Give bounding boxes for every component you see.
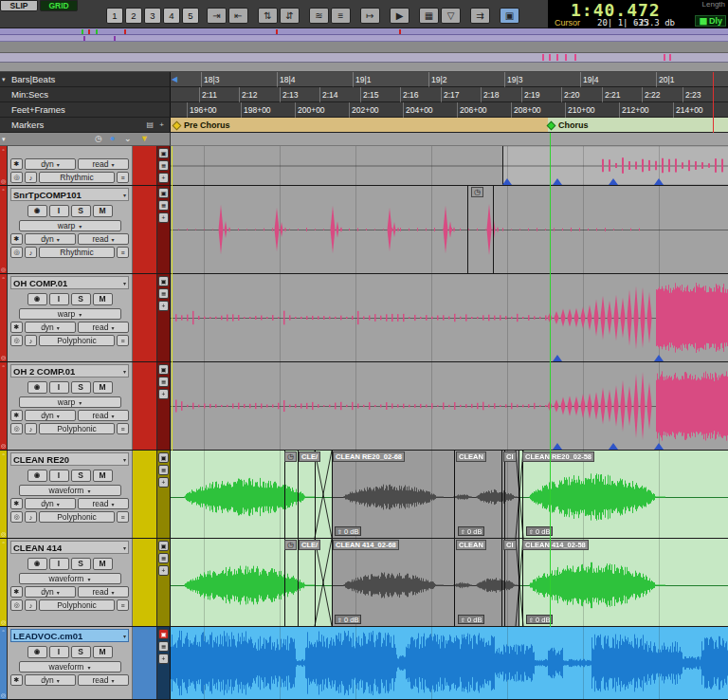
track-color-edge[interactable]: ▫ ◎ <box>0 146 8 185</box>
clip-name-label[interactable]: CLEAN <box>456 451 486 462</box>
track-name[interactable]: CLEAN RE20 ▾ <box>10 452 129 466</box>
track-color-edge[interactable]: ▫ ◎ <box>0 539 8 626</box>
track-color-strip[interactable] <box>133 362 157 450</box>
record-arm-button[interactable]: ◉ <box>27 470 47 482</box>
slip-mode-button[interactable]: SLIP <box>0 0 38 11</box>
elastic-note-icon[interactable]: ♪ <box>25 511 37 523</box>
elastic-audio-icon[interactable]: ◎ <box>10 511 23 523</box>
track-lane[interactable] <box>171 274 728 361</box>
elastic-plugin-selector[interactable]: Rhythmic <box>39 247 115 258</box>
main-counter[interactable]: 1:40.472 <box>571 0 661 20</box>
automation-mode-read[interactable]: read ▾ <box>78 498 129 509</box>
clip-name-label[interactable]: CLEAN 414_02-68 <box>333 540 399 550</box>
mute-button[interactable]: M <box>93 205 113 217</box>
ruler-menu-icon[interactable]: ▾ <box>2 76 6 83</box>
grid-mode-button[interactable]: GRID <box>40 0 78 11</box>
overview-strip-2[interactable] <box>0 35 728 42</box>
zoom-preset-1[interactable]: 1 <box>106 8 123 24</box>
clip-name-label[interactable]: CLEAN RE20_02-68 <box>333 451 405 462</box>
elastic-menu-icon[interactable]: ≡ <box>117 423 129 434</box>
add-lane-button[interactable]: + <box>158 173 169 183</box>
mute-button[interactable]: M <box>93 293 113 305</box>
automation-mode-dyn[interactable]: dyn ▾ <box>25 674 76 686</box>
clip-name-label[interactable]: Cl <box>503 451 517 462</box>
automation-mode-dyn[interactable]: dyn ▾ <box>25 586 76 598</box>
smart-tool-button[interactable]: ▣ <box>500 8 519 24</box>
elastic-menu-icon[interactable]: ≡ <box>117 511 129 523</box>
input-monitor-button[interactable]: I <box>49 646 69 658</box>
elastic-audio-icon[interactable]: ◎ <box>10 247 23 258</box>
automation-icon-button[interactable]: ✱ <box>10 498 23 509</box>
track-view-selector[interactable]: warp ▾ <box>19 396 121 408</box>
automation-mode-read[interactable]: read ▾ <box>78 410 129 421</box>
clip-gain-badge[interactable]: ⇧0 dB <box>335 615 361 624</box>
track-lane[interactable] <box>171 362 728 450</box>
timebase-button[interactable]: ▣ <box>158 188 169 198</box>
elastic-audio-icon[interactable]: ◎ <box>10 599 23 611</box>
input-monitor-button[interactable]: I <box>49 293 69 305</box>
track-view-selector[interactable]: warp ▾ <box>19 308 121 320</box>
clip-name-label[interactable]: CLEAN RE20_02-58 <box>522 451 594 462</box>
clip-name-label[interactable]: CLE/ <box>299 540 320 550</box>
tab-back-button[interactable]: ⇤ <box>228 8 248 24</box>
timebase-button[interactable]: ▣ <box>158 148 169 158</box>
markers-ruler-label[interactable]: Markers ▤ + <box>0 118 171 132</box>
clip-name-label[interactable]: Cl <box>503 540 517 550</box>
record-arm-button[interactable]: ◉ <box>27 293 47 305</box>
automation-mode-dyn[interactable]: dyn ▾ <box>25 233 76 245</box>
zoom-toggle-button[interactable]: ⇅ <box>258 8 278 24</box>
markers-ruler[interactable]: Pre ChorusChorus <box>171 118 728 132</box>
solo-button[interactable]: S <box>71 205 91 217</box>
elastic-plugin-selector[interactable]: Polyphonic <box>39 511 115 523</box>
track-color-strip[interactable] <box>133 186 157 273</box>
warp-marker-icon[interactable] <box>654 178 664 185</box>
mute-button[interactable]: M <box>93 558 113 570</box>
input-monitor-button[interactable]: I <box>49 205 69 217</box>
automation-mode-dyn[interactable]: dyn ▾ <box>25 158 76 170</box>
track-name[interactable]: LEADVOC.cm01 ▾ <box>10 629 129 642</box>
audio-zoom-button[interactable]: ≋ <box>309 8 329 24</box>
track-lane[interactable]: ◷CLE/CLEAN 414_02-68CLEANClCLEAN 414_02-… <box>171 539 728 626</box>
track-color-strip[interactable] <box>133 539 157 626</box>
warp-marker-icon[interactable] <box>654 443 664 450</box>
min-secs-ruler-label[interactable]: Min:Secs <box>0 87 171 101</box>
track-color-edge[interactable]: ▫ ◎ <box>0 186 8 273</box>
clip-gain-badge[interactable]: ⇧0 dB <box>458 615 484 624</box>
solo-button[interactable]: S <box>71 293 91 305</box>
track-lane[interactable] <box>171 627 728 699</box>
automation-mode-dyn[interactable]: dyn ▾ <box>25 498 76 509</box>
input-monitor-button[interactable]: I <box>49 470 69 482</box>
clip-clock-icon[interactable]: ◷ <box>471 187 483 197</box>
bars-beats-ruler-label[interactable]: ▾ Bars|Beats <box>0 72 171 86</box>
timebase-button[interactable]: ▣ <box>158 629 169 639</box>
elastic-plugin-selector[interactable]: Polyphonic <box>39 423 115 434</box>
track-view-selector[interactable]: warp ▾ <box>19 220 121 231</box>
record-arm-button[interactable]: ◉ <box>27 381 47 394</box>
track-color-strip[interactable] <box>133 274 157 361</box>
playlist-button[interactable]: ≣ <box>158 160 169 171</box>
clip-clock-icon[interactable]: ◷ <box>284 451 297 462</box>
playlist-button[interactable]: ≣ <box>158 288 169 299</box>
record-arm-button[interactable]: ◉ <box>27 205 47 217</box>
mute-button[interactable]: M <box>93 381 113 394</box>
warp-marker-icon[interactable] <box>553 443 562 450</box>
playlist-button[interactable]: ≣ <box>158 641 169 652</box>
track-color-edge[interactable]: ▫ ◎ <box>0 274 8 361</box>
automation-mode-read[interactable]: read ▾ <box>78 586 129 598</box>
track-name[interactable]: OH COMP.01 ▾ <box>10 276 129 289</box>
tab-to-transient-button[interactable]: ⇥ <box>207 8 227 24</box>
automation-icon-button[interactable]: ✱ <box>10 586 23 598</box>
automation-mode-dyn[interactable]: dyn ▾ <box>25 322 76 333</box>
solo-button[interactable]: S <box>71 558 91 570</box>
input-monitor-button[interactable]: I <box>49 381 69 394</box>
automation-mode-read[interactable]: read ▾ <box>78 674 129 686</box>
elastic-plugin-selector[interactable]: Polyphonic <box>39 599 115 611</box>
solo-button[interactable]: S <box>71 646 91 658</box>
playback-cursor-button[interactable]: ▶ <box>390 8 410 24</box>
record-arm-button[interactable]: ◉ <box>27 646 47 658</box>
filter-icon[interactable]: ▾ <box>2 134 6 144</box>
elastic-plugin-selector[interactable]: Rhythmic <box>39 172 115 183</box>
feet-frames-ruler[interactable]: 196+00198+00200+00202+00204+00206+00208+… <box>171 102 728 117</box>
delay-compensation-badge[interactable]: ▦Dly <box>695 15 726 27</box>
clip-name-label[interactable]: CLEAN 414_02-58 <box>522 540 589 550</box>
